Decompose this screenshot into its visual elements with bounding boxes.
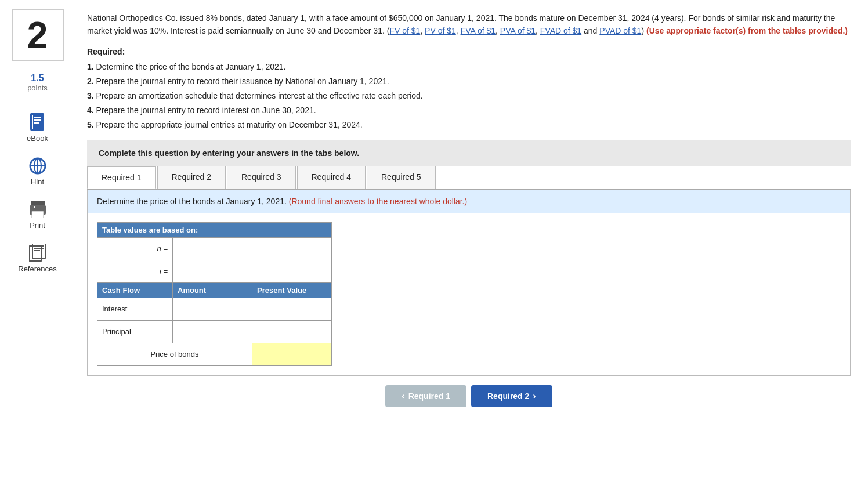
tab-required-2[interactable]: Required 2 [157, 166, 226, 189]
points-label: points [27, 84, 48, 92]
link-fvad[interactable]: FVAD of $1 [540, 26, 581, 35]
i-row: i = [97, 260, 332, 282]
bold-red-text: (Use appropriate factor(s) from the tabl… [646, 26, 848, 35]
next-button[interactable]: Required 2 › [471, 385, 552, 407]
required-item-5: 5. Prepare the appropriate journal entri… [87, 119, 851, 131]
svg-rect-12 [34, 206, 35, 208]
tab-required-5[interactable]: Required 5 [367, 166, 436, 189]
print-label: Print [30, 221, 45, 230]
table-header-label: Table values are based on: [97, 222, 332, 237]
principal-pv-input[interactable] [257, 324, 327, 340]
svg-rect-3 [34, 119, 41, 121]
problem-number: 2 [12, 9, 64, 61]
required-item-1: 1. Determine the price of the bonds at J… [87, 61, 851, 73]
link-pv[interactable]: PV of $1 [425, 26, 456, 35]
svg-rect-11 [32, 211, 44, 218]
col-header-cash-flow: Cash Flow [97, 282, 173, 298]
principal-row: Principal [97, 320, 332, 343]
bond-table: Table values are based on: n = i = [97, 222, 332, 366]
principal-pv-cell[interactable] [252, 320, 332, 343]
interest-pv-cell[interactable] [252, 298, 332, 320]
interest-pv-input[interactable] [257, 301, 327, 317]
i-extra-cell [252, 260, 332, 282]
tab-instruction: Determine the price of the bonds at Janu… [88, 190, 850, 213]
price-of-bonds-row: Price of bonds [97, 343, 332, 365]
svg-rect-15 [34, 245, 44, 247]
instruction-box: Complete this question by entering your … [87, 140, 851, 166]
table-header-row: Table values are based on: [97, 222, 332, 237]
required-list: 1. Determine the price of the bonds at J… [87, 61, 851, 131]
round-note: (Round final answers to the nearest whol… [289, 197, 467, 206]
hint-label: Hint [31, 177, 44, 186]
column-header-row: Cash Flow Amount Present Value [97, 282, 332, 298]
tab-content: Determine the price of the bonds at Janu… [87, 190, 851, 376]
interest-amount-cell[interactable] [173, 298, 252, 320]
svg-rect-4 [34, 122, 39, 124]
price-of-bonds-label: Price of bonds [97, 343, 252, 365]
n-input-cell[interactable] [173, 237, 252, 260]
principal-amount-cell[interactable] [173, 320, 252, 343]
required-item-2: 2. Prepare the journal entry to record t… [87, 75, 851, 88]
n-input[interactable] [178, 241, 247, 257]
interest-amount-input[interactable] [178, 301, 247, 317]
required-item-3: 3. Prepare an amortization schedule that… [87, 90, 851, 102]
question-text: National Orthopedics Co. issued 8% bonds… [87, 12, 851, 38]
sidebar-item-print[interactable]: Print [5, 195, 70, 234]
sidebar-item-references[interactable]: References [5, 239, 70, 278]
col-header-amount: Amount [173, 282, 252, 298]
table-wrapper: Table values are based on: n = i = [88, 213, 850, 375]
i-input-cell[interactable] [173, 260, 252, 282]
prev-button[interactable]: ‹ Required 1 [385, 385, 466, 407]
prev-label: Required 1 [408, 392, 450, 401]
next-arrow: › [533, 391, 536, 401]
required-item-4: 4. Prepare the journal entry to record i… [87, 104, 851, 117]
points-section: 1.5 points [27, 73, 48, 92]
link-fva[interactable]: FVA of $1 [461, 26, 496, 35]
next-label: Required 2 [487, 392, 529, 401]
interest-row: Interest [97, 298, 332, 320]
col-header-present-value: Present Value [252, 282, 332, 298]
i-label: i = [97, 260, 173, 282]
hint-icon [28, 157, 47, 175]
tabs-container: Required 1 Required 2 Required 3 Require… [87, 166, 851, 190]
tab-required-1[interactable]: Required 1 [87, 166, 156, 189]
svg-rect-16 [34, 248, 44, 249]
references-icon [28, 244, 47, 262]
svg-rect-1 [32, 115, 33, 129]
main-content: National Orthopedics Co. issued 8% bonds… [75, 0, 868, 500]
principal-label: Principal [97, 320, 173, 343]
link-pvad[interactable]: PVAD of $1 [599, 26, 641, 35]
ebook-icon [28, 113, 47, 132]
references-label: References [18, 265, 56, 273]
n-label: n = [97, 237, 173, 260]
interest-label: Interest [97, 298, 173, 320]
link-pva[interactable]: PVA of $1 [500, 26, 536, 35]
tab-required-4[interactable]: Required 4 [297, 166, 366, 189]
svg-rect-2 [34, 117, 41, 118]
bottom-nav: ‹ Required 1 Required 2 › [87, 376, 851, 412]
link-fv[interactable]: FV of $1 [389, 26, 420, 35]
n-extra-cell [252, 237, 332, 260]
i-input[interactable] [178, 263, 247, 280]
tab-required-3[interactable]: Required 3 [227, 166, 296, 189]
n-row: n = [97, 237, 332, 260]
points-value: 1.5 [27, 73, 48, 84]
price-of-bonds-value-cell[interactable] [252, 343, 332, 365]
sidebar: 2 1.5 points eBook [0, 0, 75, 500]
prev-arrow: ‹ [402, 391, 404, 401]
required-section: Required: 1. Determine the price of the … [87, 47, 851, 131]
price-of-bonds-input[interactable] [257, 346, 327, 363]
principal-amount-input[interactable] [178, 324, 247, 340]
print-icon [28, 200, 47, 219]
sidebar-item-hint[interactable]: Hint [5, 152, 70, 191]
sidebar-item-ebook[interactable]: eBook [5, 108, 70, 147]
ebook-label: eBook [27, 134, 48, 143]
required-title: Required: [87, 47, 851, 56]
svg-rect-17 [34, 250, 40, 251]
